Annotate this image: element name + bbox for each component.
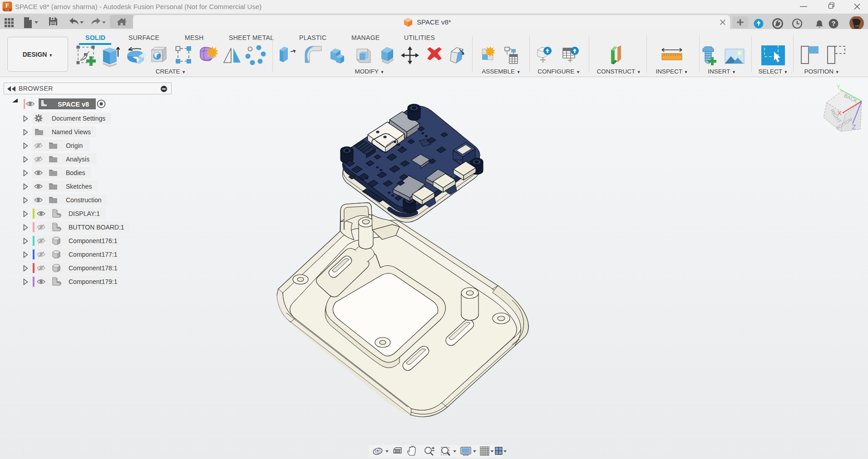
- svg-text:Analysis: Analysis: [66, 156, 89, 163]
- svg-text:Z: Z: [852, 123, 856, 131]
- svg-text:SPACE v8: SPACE v8: [58, 101, 89, 108]
- svg-text:Sketches: Sketches: [66, 183, 92, 190]
- svg-text:Component179:1: Component179:1: [69, 278, 118, 285]
- svg-text:BUTTON BOARD:1: BUTTON BOARD:1: [69, 224, 124, 231]
- svg-text:Document Settings: Document Settings: [52, 115, 105, 122]
- svg-text:Origin: Origin: [66, 142, 83, 149]
- svg-text:Bodies: Bodies: [66, 169, 85, 176]
- svg-text:Named Views: Named Views: [52, 128, 91, 136]
- svg-text:X: X: [838, 110, 842, 117]
- svg-text:Y: Y: [837, 84, 840, 90]
- svg-text:Construction: Construction: [66, 196, 102, 204]
- svg-text:Component177:1: Component177:1: [69, 251, 118, 258]
- svg-text:Component178:1: Component178:1: [69, 264, 118, 272]
- svg-text:DISPLAY:1: DISPLAY:1: [69, 210, 100, 217]
- svg-text:Component176:1: Component176:1: [69, 237, 118, 244]
